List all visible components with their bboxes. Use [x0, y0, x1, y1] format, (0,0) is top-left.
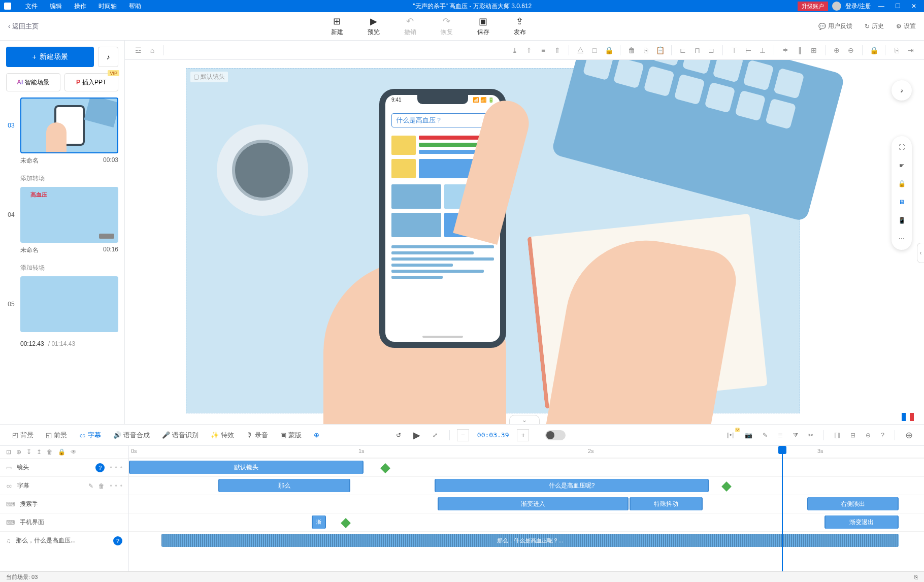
playhead[interactable]: [782, 446, 783, 571]
scene-thumbnail[interactable]: 高血压: [20, 187, 118, 243]
align-b2-icon[interactable]: ⊥: [757, 45, 768, 55]
menu-file[interactable]: 文件: [19, 2, 44, 11]
save-button[interactable]: ▣保存: [477, 16, 489, 37]
clip-sub2[interactable]: 什么是高血压呢?: [435, 479, 709, 492]
keyframe[interactable]: [341, 518, 351, 528]
paste-icon[interactable]: 📋: [655, 45, 665, 55]
track-row-subtitle[interactable]: 那么 什么是高血压呢?: [129, 476, 924, 495]
more-icon[interactable]: ⋯: [897, 234, 907, 244]
flip-h-icon[interactable]: ⧋: [575, 45, 585, 55]
login-link[interactable]: 登录/注册: [845, 2, 871, 11]
snap-toggle[interactable]: [545, 430, 566, 440]
preview-button[interactable]: ▶预览: [368, 16, 380, 37]
tab-more[interactable]: ⊕: [310, 431, 323, 439]
layers-tool-icon[interactable]: ≣: [775, 432, 786, 439]
clip-audio[interactable]: 那么，什么是高血压呢？...: [161, 534, 899, 547]
tracks-area[interactable]: 0s 1s 2s 3s 默认镜头 那么 什么是高血压呢? 渐变进入 特殊抖动 右…: [129, 446, 924, 571]
clip-fadeout[interactable]: 渐变退出: [824, 515, 899, 529]
scene-music-button[interactable]: ♪: [98, 47, 118, 67]
help-icon[interactable]: ?: [95, 463, 105, 472]
menu-help[interactable]: 帮助: [123, 2, 147, 11]
float-music-button[interactable]: ♪: [892, 80, 912, 101]
time-plus-button[interactable]: +: [517, 429, 529, 441]
align-bottom-icon[interactable]: ⤓: [510, 45, 520, 55]
arrange-icon[interactable]: ☲: [133, 45, 143, 55]
track-row-camera[interactable]: 默认镜头: [129, 458, 924, 476]
tab-foreground[interactable]: ◱前景: [42, 431, 71, 440]
keyframe[interactable]: [380, 463, 390, 473]
add-transition-link[interactable]: 添加转场: [6, 262, 118, 276]
clip-fadeout-r[interactable]: 右侧淡出: [807, 497, 899, 510]
desktop-icon[interactable]: 🖥: [897, 197, 907, 207]
help-tool-icon[interactable]: ?: [878, 432, 887, 439]
redo-button[interactable]: ↷恢复: [441, 16, 453, 37]
canvas-viewport[interactable]: ▢ 默认镜头 9:41📶 📶 🔋 什么是高血压？: [125, 60, 924, 424]
align-r-icon[interactable]: ⊐: [706, 45, 716, 55]
align-l-icon[interactable]: ⊏: [678, 45, 688, 55]
menu-operate[interactable]: 操作: [68, 2, 92, 11]
lock2-icon[interactable]: 🔒: [869, 45, 879, 55]
canvas-stage[interactable]: ▢ 默认镜头 9:41📶 📶 🔋 什么是高血压？: [186, 68, 800, 413]
delete-icon[interactable]: 🗑: [626, 45, 637, 55]
avatar-icon[interactable]: [832, 2, 841, 11]
scene-item-03[interactable]: 03 未命名 00:03: [6, 98, 118, 168]
maximize-button[interactable]: ☐: [892, 3, 904, 10]
rewind-button[interactable]: ↺: [391, 428, 406, 442]
keyframe-tool-icon[interactable]: ⟦•⟧: [723, 432, 738, 439]
prev-key-icon[interactable]: ↧: [26, 448, 31, 456]
upgrade-button[interactable]: 升级账户: [798, 2, 828, 11]
zoom-in-icon[interactable]: ⊕: [832, 45, 842, 55]
track-camera[interactable]: ▭ 镜头 ? •••: [0, 458, 128, 476]
align-top-icon[interactable]: ⤒: [524, 45, 534, 55]
lock-icon[interactable]: 🔒: [604, 45, 614, 55]
home-icon[interactable]: ⌂: [147, 45, 157, 55]
track-row-audio[interactable]: 那么，什么是高血压呢？...: [129, 531, 924, 549]
add-track-button[interactable]: ⊕: [902, 430, 916, 441]
next-key-icon[interactable]: ↥: [37, 448, 42, 456]
marker-tool-icon[interactable]: ⟦⟧: [831, 432, 843, 439]
remove-tool-icon[interactable]: ⊖: [863, 432, 874, 439]
delete-key-icon[interactable]: 🗑: [47, 448, 53, 456]
playhead-handle[interactable]: [778, 446, 786, 454]
align-mid-icon[interactable]: ≡: [538, 45, 548, 55]
dist-v-icon[interactable]: ‖: [795, 45, 805, 55]
track-row-hand[interactable]: 渐变进入 特殊抖动 右侧淡出: [129, 495, 924, 513]
back-home-link[interactable]: ‹ 返回主页: [8, 22, 39, 30]
split-tool-icon[interactable]: ⊟: [847, 432, 859, 439]
history-link[interactable]: ↻历史: [865, 22, 884, 30]
close-button[interactable]: ✕: [908, 3, 920, 10]
clip-fadein[interactable]: 渐变进入: [438, 497, 629, 510]
play-button[interactable]: ▶: [410, 428, 424, 442]
expand-icon[interactable]: ⊡: [6, 448, 11, 456]
tab-background[interactable]: ◰背景: [8, 431, 38, 440]
scene-thumbnail[interactable]: [20, 98, 118, 153]
track-audio[interactable]: ♫ 那么，什么是高血压... ?: [0, 531, 128, 549]
clip-special[interactable]: 特殊抖动: [630, 497, 703, 510]
minimize-button[interactable]: —: [875, 3, 887, 10]
menu-edit[interactable]: 编辑: [44, 2, 68, 11]
bottom-panel-handle[interactable]: ⌄: [509, 415, 540, 424]
tab-asr[interactable]: 🎤语音识别: [158, 431, 203, 440]
grid-toggle-icon[interactable]: ⊞: [809, 45, 819, 55]
add-keyframe-icon[interactable]: ⊕: [16, 448, 21, 456]
flip-v-icon[interactable]: □: [589, 45, 600, 55]
camera-tool-icon[interactable]: 📷: [742, 432, 755, 439]
feedback-link[interactable]: 💬用户反馈: [818, 22, 852, 30]
new-scene-button[interactable]: +新建场景: [6, 47, 94, 67]
tab-effect[interactable]: ✨特效: [207, 431, 238, 440]
filter-tool-icon[interactable]: ⧩: [790, 432, 801, 439]
dist-h-icon[interactable]: ⫩: [780, 45, 790, 55]
mobile-icon[interactable]: 📱: [897, 215, 907, 225]
track-phone[interactable]: ⌨ 手机界面: [0, 513, 128, 531]
track-hand[interactable]: ⌨ 搜索手: [0, 495, 128, 513]
ruler[interactable]: 0s 1s 2s 3s: [129, 446, 924, 458]
scene-item-05[interactable]: 05: [6, 276, 118, 332]
tab-tts[interactable]: 🔊语音合成: [109, 431, 154, 440]
fullscreen-play-button[interactable]: ⤢: [428, 428, 442, 442]
smart-scene-button[interactable]: AI智能场景: [6, 73, 60, 91]
align-m2-icon[interactable]: ⊢: [743, 45, 753, 55]
visible-icon[interactable]: 👁: [71, 448, 77, 456]
scene-thumbnail[interactable]: [20, 276, 118, 332]
track-subtitle[interactable]: ㏄ 字幕 ✎ 🗑 •••: [0, 476, 128, 495]
tab-subtitle[interactable]: ㏄字幕: [75, 431, 105, 440]
